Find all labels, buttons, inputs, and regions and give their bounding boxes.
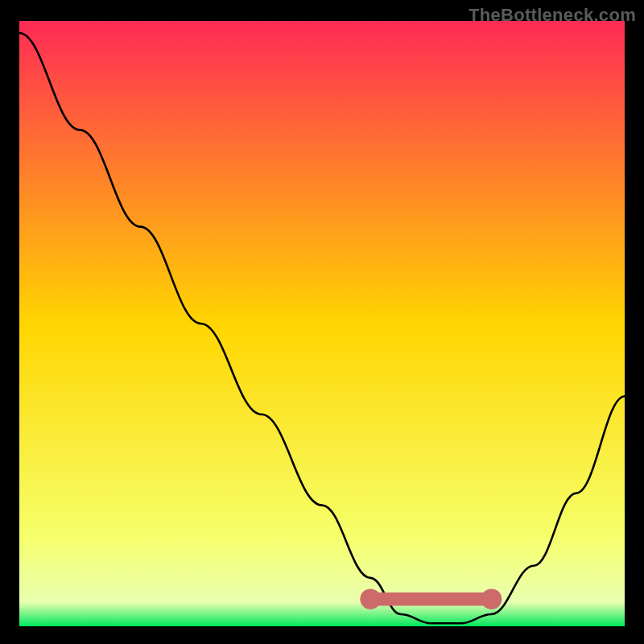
gradient-background xyxy=(19,21,625,626)
attribution-text: TheBottleneck.com xyxy=(469,5,636,26)
chart-container: TheBottleneck.com xyxy=(0,0,644,644)
svg-point-2 xyxy=(481,588,502,609)
chart-svg xyxy=(19,21,625,626)
plot-area xyxy=(19,21,625,626)
svg-point-1 xyxy=(360,588,381,609)
